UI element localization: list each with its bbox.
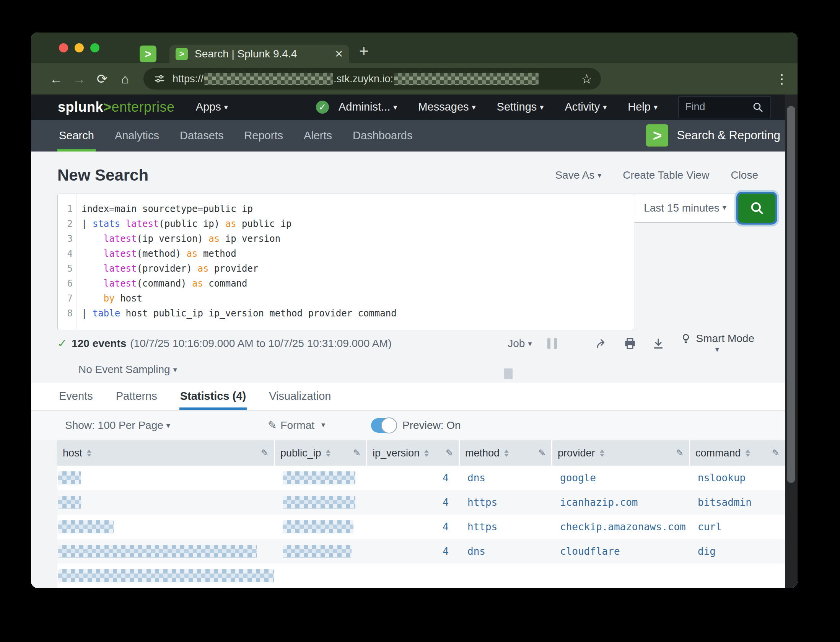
table-row: 4dnsgooglenslookup <box>57 466 785 490</box>
nav-analytics[interactable]: Analytics <box>113 120 161 152</box>
tab-close-icon[interactable]: ✕ <box>335 48 343 60</box>
menu-apps[interactable]: Apps▾ <box>196 101 228 113</box>
export-download-icon[interactable] <box>652 337 665 350</box>
tab-visualization[interactable]: Visualization <box>268 382 332 410</box>
create-table-view-button[interactable]: Create Table View <box>623 169 709 181</box>
cell-command[interactable]: dig <box>690 539 785 564</box>
user-status-check-icon: ✓ <box>316 101 329 114</box>
edit-column-icon[interactable]: ✎ <box>538 448 546 458</box>
event-sampling-menu[interactable]: No Event Sampling▾ <box>78 363 177 376</box>
time-range-picker[interactable]: Last 15 minutes▾ <box>634 194 736 223</box>
table-body: 4dnsgooglenslookup4httpsicanhazip.combit… <box>57 466 785 588</box>
column-header-method[interactable]: method✎ <box>460 440 551 466</box>
find-input[interactable]: Find <box>679 96 770 118</box>
save-as-button[interactable]: Save As▾ <box>555 169 601 181</box>
cell-method[interactable]: dns <box>460 466 551 490</box>
close-window-button[interactable] <box>59 43 68 52</box>
url-scheme: https:// <box>173 73 203 85</box>
menu-messages[interactable]: Messages▾ <box>418 101 475 113</box>
line-number: 8 <box>58 306 73 321</box>
table-header-row: host✎ public_ip✎ ip_version✎ method✎ pro… <box>57 440 785 466</box>
nav-search[interactable]: Search <box>57 120 96 152</box>
minimize-window-button[interactable] <box>75 43 84 52</box>
cell-method[interactable]: dns <box>460 539 551 564</box>
tab-statistics[interactable]: Statistics (4) <box>179 382 247 410</box>
job-menu[interactable]: Job▾ <box>508 337 532 350</box>
column-header-ip-version[interactable]: ip_version✎ <box>367 440 459 466</box>
print-icon[interactable] <box>623 337 637 350</box>
new-tab-button[interactable]: + <box>359 43 369 59</box>
column-header-command[interactable]: command✎ <box>690 440 785 466</box>
redacted-ip-value <box>283 471 355 484</box>
cell-provider[interactable]: checkip.amazonaws.com <box>552 515 689 539</box>
menu-activity[interactable]: Activity▾ <box>565 101 607 113</box>
nav-dashboards[interactable]: Dashboards <box>351 120 414 152</box>
nav-reports[interactable]: Reports <box>243 120 285 152</box>
menu-user[interactable]: Administ...▾ <box>339 101 397 113</box>
scrollbar-thumb[interactable] <box>787 106 795 483</box>
preview-toggle[interactable] <box>371 418 396 433</box>
page-scrollbar[interactable] <box>785 95 798 588</box>
cell-command[interactable]: curl <box>690 515 785 539</box>
cell-ip-version[interactable]: 4 <box>367 466 459 490</box>
run-search-button[interactable] <box>738 194 775 223</box>
reload-icon[interactable]: ⟳ <box>91 71 114 86</box>
site-settings-icon[interactable] <box>152 71 167 86</box>
share-icon[interactable] <box>595 337 608 350</box>
cell-ip-version[interactable]: 4 <box>367 515 459 539</box>
edit-column-icon[interactable]: ✎ <box>676 448 684 458</box>
active-tab[interactable]: > Search | Splunk 9.4.4 ✕ <box>169 45 349 63</box>
search-query-editor[interactable]: 12345678 index=main sourcetype=public_ip… <box>57 194 634 330</box>
query-line[interactable]: | table host public_ip ip_version method… <box>81 306 634 321</box>
search-icon <box>749 200 765 216</box>
cell-provider[interactable]: google <box>552 466 689 490</box>
nav-alerts[interactable]: Alerts <box>302 120 334 152</box>
column-header-provider[interactable]: provider✎ <box>552 440 689 466</box>
edit-column-icon[interactable]: ✎ <box>261 448 269 458</box>
pinned-tab[interactable]: > <box>132 45 164 63</box>
format-menu[interactable]: ✎ Format▾ <box>268 419 325 432</box>
query-line[interactable]: latest(method) as method <box>81 246 634 261</box>
per-page-menu[interactable]: Show: 100 Per Page▾ <box>65 419 170 432</box>
cell-provider[interactable]: icanhazip.com <box>552 490 689 515</box>
close-button[interactable]: Close <box>731 169 758 181</box>
forward-icon[interactable]: → <box>68 72 91 86</box>
splunk-app-icon: > <box>646 124 668 147</box>
cell-provider[interactable]: cloudflare <box>552 539 689 564</box>
query-line[interactable]: latest(ip_version) as ip_version <box>81 231 634 246</box>
back-icon[interactable]: ← <box>45 72 68 86</box>
nav-datasets[interactable]: Datasets <box>178 120 225 152</box>
tab-patterns[interactable]: Patterns <box>115 382 158 410</box>
bookmark-star-icon[interactable]: ☆ <box>581 71 593 86</box>
query-editor-lines[interactable]: index=main sourcetype=public_ip| stats l… <box>77 194 634 330</box>
cell-command[interactable]: bitsadmin <box>690 490 785 515</box>
query-line[interactable]: latest(provider) as provider <box>81 261 634 276</box>
search-mode-selector[interactable]: Smart Mode ▾ <box>680 332 755 355</box>
column-header-host[interactable]: host✎ <box>57 440 274 466</box>
cell-host-redacted <box>57 564 274 588</box>
query-line[interactable]: index=main sourcetype=public_ip <box>81 202 634 217</box>
zoom-window-button[interactable] <box>90 43 99 52</box>
query-line[interactable]: | stats latest(public_ip) as public_ip <box>81 217 634 231</box>
cell-ip-version[interactable]: 4 <box>367 490 459 515</box>
home-icon[interactable]: ⌂ <box>114 72 137 86</box>
cell-command[interactable]: nslookup <box>690 466 785 490</box>
column-header-public-ip[interactable]: public_ip✎ <box>275 440 366 466</box>
address-bar[interactable]: https:// .stk.zuykn.io: ☆ <box>143 68 601 90</box>
pause-icon[interactable] <box>547 338 557 349</box>
tab-events[interactable]: Events <box>58 382 94 410</box>
cell-method[interactable]: https <box>460 490 551 515</box>
menu-help[interactable]: Help▾ <box>628 101 658 113</box>
lightbulb-icon <box>680 333 692 344</box>
cell-method[interactable]: https <box>460 515 551 539</box>
menu-settings[interactable]: Settings▾ <box>497 101 544 113</box>
edit-column-icon[interactable]: ✎ <box>772 448 780 458</box>
edit-column-icon[interactable]: ✎ <box>446 448 453 458</box>
query-line[interactable]: latest(command) as command <box>81 276 634 291</box>
page-title: New Search <box>57 166 148 184</box>
cell-ip-version[interactable]: 4 <box>367 539 459 564</box>
query-line[interactable]: by host <box>81 291 634 306</box>
edit-column-icon[interactable]: ✎ <box>353 448 361 458</box>
splunk-enterprise-logo[interactable]: splunk>enterprise <box>58 99 175 115</box>
browser-menu-icon[interactable]: ⋮ <box>775 71 788 86</box>
